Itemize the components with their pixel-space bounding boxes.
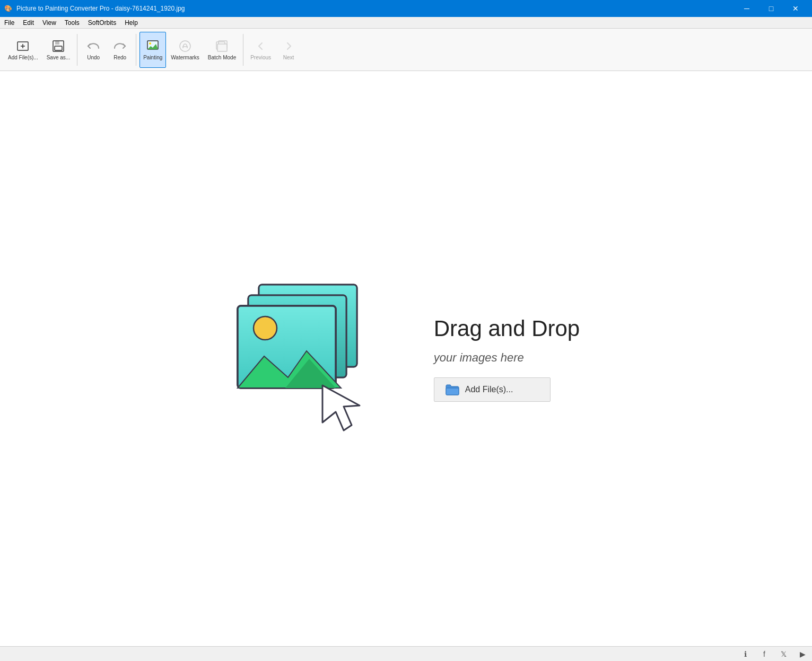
minimize-button[interactable]: ─: [735, 0, 759, 17]
svg-rect-24: [446, 388, 459, 395]
status-icons: ℹ f 𝕏 ▶: [740, 649, 808, 659]
batch-mode-button[interactable]: Batch Mode: [204, 32, 240, 68]
svg-point-20: [254, 316, 277, 340]
undo-label: Undo: [87, 55, 100, 60]
menu-help[interactable]: Help: [120, 17, 142, 28]
previous-button[interactable]: Previous: [247, 32, 275, 68]
svg-point-7: [149, 42, 151, 45]
add-files-icon: [15, 39, 30, 54]
info-icon[interactable]: ℹ: [740, 649, 750, 659]
drag-drop-subtitle: your images here: [434, 351, 580, 365]
drop-text-area: Drag and Drop your images here Add File(…: [434, 315, 580, 401]
toolbar: Add File(s)... Save as... Undo Redo: [0, 29, 812, 71]
youtube-icon[interactable]: ▶: [797, 649, 808, 659]
save-as-button[interactable]: Save as...: [43, 32, 74, 68]
menu-softorbits[interactable]: SoftOrbits: [84, 17, 120, 28]
save-as-label: Save as...: [47, 55, 70, 60]
twitter-icon[interactable]: 𝕏: [778, 649, 789, 659]
watermarks-button[interactable]: Watermarks: [167, 32, 203, 68]
separator-2: [136, 34, 136, 66]
next-button[interactable]: Next: [276, 32, 301, 68]
drop-area: Drag and Drop your images here Add File(…: [232, 274, 580, 444]
next-label: Next: [283, 55, 294, 60]
menu-file[interactable]: File: [0, 17, 19, 28]
svg-rect-13: [217, 44, 227, 51]
add-files-button[interactable]: Add File(s)...: [4, 32, 42, 68]
menu-edit[interactable]: Edit: [19, 17, 38, 28]
drag-drop-title: Drag and Drop: [434, 315, 580, 342]
watermarks-icon: [178, 39, 193, 54]
painting-button[interactable]: Painting: [139, 32, 166, 68]
separator-1: [77, 34, 77, 66]
add-files-label: Add File(s)...: [8, 55, 38, 60]
separator-3: [243, 34, 243, 66]
app-icon: 🎨: [4, 5, 12, 12]
menu-bar: File Edit View Tools SoftOrbits Help: [0, 17, 812, 29]
batch-mode-icon: [215, 39, 230, 54]
next-icon: [281, 39, 296, 54]
undo-button[interactable]: Undo: [81, 32, 106, 68]
illustration: [232, 274, 391, 444]
menu-tools[interactable]: Tools: [60, 17, 84, 28]
folder-icon: [445, 383, 460, 396]
svg-marker-23: [322, 385, 360, 430]
redo-icon: [112, 39, 127, 54]
facebook-icon[interactable]: f: [759, 649, 770, 659]
title-bar-left: 🎨 Picture to Painting Converter Pro - da…: [4, 5, 185, 12]
title-bar-controls: ─ □ ✕: [735, 0, 808, 17]
maximize-button[interactable]: □: [759, 0, 783, 17]
watermarks-label: Watermarks: [171, 55, 199, 60]
title-bar: 🎨 Picture to Painting Converter Pro - da…: [0, 0, 812, 17]
add-files-button-label: Add File(s)...: [465, 385, 513, 394]
close-button[interactable]: ✕: [783, 0, 808, 17]
svg-point-9: [180, 41, 190, 51]
save-as-icon: [51, 39, 66, 54]
add-files-main-button[interactable]: Add File(s)...: [434, 377, 551, 402]
previous-icon: [254, 39, 268, 54]
svg-rect-5: [55, 46, 62, 50]
status-bar: ℹ f 𝕏 ▶: [0, 646, 812, 661]
painting-icon: [145, 39, 160, 54]
previous-label: Previous: [250, 55, 271, 60]
batch-mode-label: Batch Mode: [208, 55, 236, 60]
redo-button[interactable]: Redo: [107, 32, 133, 68]
main-content: Drag and Drop your images here Add File(…: [0, 71, 812, 646]
menu-view[interactable]: View: [38, 17, 60, 28]
painting-label: Painting: [143, 55, 162, 60]
redo-label: Redo: [113, 55, 126, 60]
svg-rect-4: [55, 41, 59, 45]
undo-icon: [86, 39, 101, 54]
window-title: Picture to Painting Converter Pro - dais…: [16, 5, 185, 12]
